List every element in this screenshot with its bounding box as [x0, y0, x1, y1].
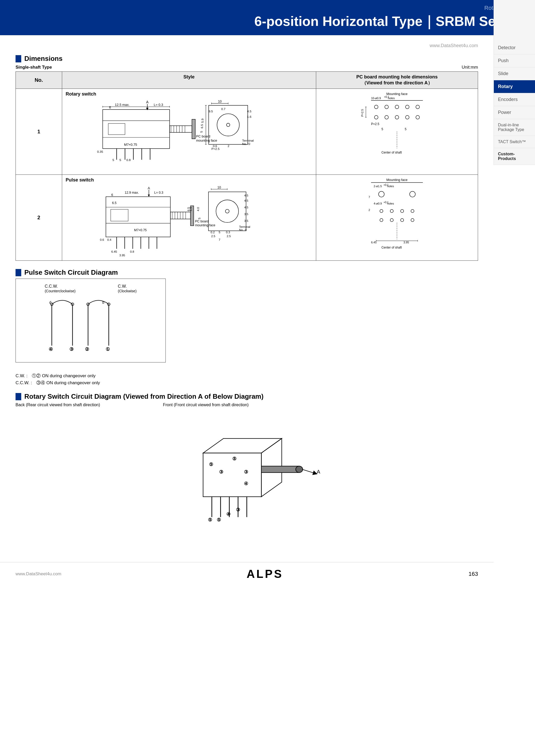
sidebar-item-rotary[interactable]: Rotary — [494, 80, 535, 93]
svg-text:holes: holes — [387, 202, 394, 205]
svg-text:4.0: 4.0 — [196, 207, 199, 211]
svg-point-153 — [401, 219, 404, 222]
row1-no: 1 — [16, 89, 62, 175]
svg-point-65 — [416, 105, 419, 109]
rotary-circuit-area: Back (Rear circuit viewed from shaft dir… — [15, 403, 478, 526]
sidebar-item-detector[interactable]: Detector — [494, 41, 535, 54]
svg-text:1.6: 1.6 — [247, 115, 251, 119]
unit-line: Single-shaft Type Unit:mm — [15, 65, 478, 70]
svg-text:P=2.5: P=2.5 — [371, 122, 380, 126]
svg-text:5: 5 — [381, 127, 383, 131]
row2-pc-diagram: Mounting face 2-ø1.5 +0.1 holes 4-ø0.9 +… — [320, 177, 474, 253]
footer-page: 163 — [468, 571, 478, 577]
svg-point-61 — [375, 105, 378, 109]
svg-point-148 — [390, 209, 393, 213]
svg-text:③: ③ — [244, 470, 248, 474]
circuit-notes: C.W. : ①② ON during changeover only C.C.… — [15, 372, 478, 386]
svg-rect-86 — [111, 209, 128, 221]
sidebar-item-push[interactable]: Push — [494, 54, 535, 67]
svg-point-70 — [416, 116, 419, 119]
svg-text:PC board: PC board — [195, 220, 209, 223]
sidebar-item-power[interactable]: Power — [494, 106, 535, 119]
svg-text:M7×0.75: M7×0.75 — [124, 143, 137, 147]
ccw-label: C.C.W.(Counterclockwise) — [45, 284, 76, 293]
page-footer: www.DataSheet4u.com ALPS 163 — [0, 562, 493, 586]
dimensions-table: No. Style PC board mounting hole dimensi… — [15, 71, 478, 261]
svg-text:12.5 max.: 12.5 max. — [115, 103, 129, 107]
circuit-cw-labels: C.C.W.(Counterclockwise) C.W.(Clockwise) — [24, 284, 158, 293]
svg-point-151 — [380, 219, 383, 222]
svg-text:3.95: 3.95 — [404, 241, 409, 244]
rotary-diagram-labels: Back (Rear circuit viewed from shaft dir… — [15, 403, 249, 407]
svg-text:5: 5 — [218, 231, 220, 234]
svg-point-187 — [296, 466, 303, 473]
svg-text:④: ④ — [49, 347, 53, 352]
svg-text:3.5: 3.5 — [244, 213, 248, 216]
svg-marker-82 — [148, 195, 150, 197]
svg-text:Center of shaft: Center of shaft — [381, 151, 402, 154]
svg-point-143 — [410, 191, 415, 197]
sidebar-item-encoders[interactable]: Encoders — [494, 93, 535, 106]
svg-text:5.9: 5.9 — [201, 119, 204, 123]
svg-text:3.95: 3.95 — [119, 254, 125, 257]
section-bar-3 — [15, 393, 21, 400]
svg-text:mounting face: mounting face — [195, 224, 215, 227]
col-header-no: No. — [16, 72, 62, 89]
svg-text:④: ④ — [244, 481, 248, 486]
svg-text:6: 6 — [111, 193, 113, 197]
svg-text:5: 5 — [112, 158, 114, 162]
svg-text:③: ③ — [70, 347, 73, 352]
svg-rect-186 — [261, 466, 299, 473]
col-header-pc: PC board mounting hole dimensions（Viewed… — [316, 72, 478, 89]
svg-text:No. ①: No. ① — [239, 229, 247, 231]
svg-text:5: 5 — [198, 217, 201, 219]
svg-text:0.6: 0.6 — [212, 144, 217, 148]
row2-no: 2 — [16, 175, 62, 261]
svg-point-64 — [406, 105, 409, 109]
svg-text:⑤: ⑤ — [209, 462, 213, 467]
sidebar-item-custom[interactable]: Custom-Products — [494, 148, 535, 165]
rotary-circuit-title: Rotary Switch Circuit Diagram (Viewed fr… — [24, 392, 264, 400]
right-sidebar: Detector Push Slide Rotary Encoders Powe… — [493, 0, 535, 165]
front-label: Front (Front circuit viewed from shaft d… — [163, 403, 249, 407]
svg-text:Terminal: Terminal — [239, 225, 250, 229]
svg-text:4.5: 4.5 — [244, 206, 248, 209]
svg-text:Terminal: Terminal — [242, 139, 254, 142]
dimensions-section-header: Dimensions — [15, 55, 478, 63]
svg-text:6.5: 6.5 — [200, 124, 204, 128]
page-header: Rotary Switch 6-position Horizontal Type… — [0, 0, 535, 35]
svg-text:6.45: 6.45 — [111, 250, 117, 253]
sidebar-item-dual[interactable]: Dual-in-linePackage Type — [494, 119, 535, 136]
svg-point-63 — [395, 105, 399, 109]
svg-text:0.8: 0.8 — [127, 158, 131, 162]
svg-text:7: 7 — [218, 238, 220, 241]
svg-rect-5 — [108, 123, 125, 135]
svg-text:A: A — [317, 469, 320, 474]
svg-text:Mounting face: Mounting face — [386, 178, 408, 182]
table-row: 1 Rotary switch A — [16, 89, 478, 175]
row1-pc-diagram: Mounting face 10-ø0.9 +0.1 holes — [320, 92, 474, 159]
svg-text:4.5: 4.5 — [244, 194, 248, 197]
svg-text:P=2.5: P=2.5 — [361, 109, 364, 117]
svg-text:4-ø0.9: 4-ø0.9 — [374, 202, 382, 205]
pulse-circuit-area: C.C.W.(Counterclockwise) C.W.(Clockwise)… — [15, 279, 478, 386]
svg-point-68 — [395, 116, 399, 119]
shaft-type: Single-shaft Type — [15, 65, 52, 70]
sidebar-item-slide[interactable]: Slide — [494, 67, 535, 80]
svg-rect-13 — [192, 119, 195, 139]
svg-text:0.8: 0.8 — [130, 250, 134, 253]
svg-point-66 — [375, 116, 378, 119]
pulse-circuit-section-header: Pulse Switch Circuit Diagram — [15, 268, 478, 277]
section-bar-2 — [15, 269, 21, 276]
header-title: 6-position Horizontal Type｜SRBM Series — [254, 13, 520, 31]
row2-pc: Mounting face 2-ø1.5 +0.1 holes 4-ø0.9 +… — [316, 175, 478, 261]
svg-text:3.5: 3.5 — [244, 219, 248, 222]
svg-point-62 — [385, 105, 388, 109]
svg-rect-6 — [169, 126, 192, 133]
svg-text:9.5: 9.5 — [209, 110, 213, 113]
sidebar-item-tact[interactable]: TACT Switch™ — [494, 136, 535, 148]
svg-text:d: d — [49, 300, 51, 305]
svg-text:2.5: 2.5 — [227, 234, 231, 238]
svg-text:⑤: ⑤ — [208, 518, 212, 523]
svg-text:③: ③ — [236, 507, 240, 512]
